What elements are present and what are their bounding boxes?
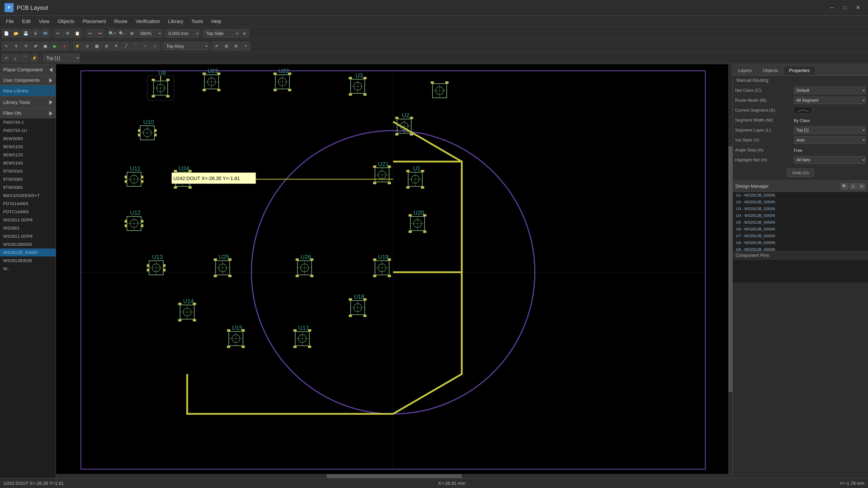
print-button[interactable]: 🖨 <box>31 29 40 38</box>
layer-icon-button[interactable]: ⊞ <box>240 29 249 38</box>
segment-layer-select[interactable]: Top [1] Bottom [16] <box>794 127 866 134</box>
zoom-out-button[interactable]: 🔍- <box>118 29 127 38</box>
minimize-button[interactable]: ─ <box>827 3 837 12</box>
comp-item-8tws06s[interactable]: 8TWS06S <box>0 175 56 184</box>
zoom-select[interactable]: 390% 100% 200% <box>137 29 162 37</box>
rect-button[interactable]: □ <box>151 41 160 51</box>
layer-side-select[interactable]: Top Side Bottom Side <box>203 29 239 37</box>
dm-icon-list[interactable]: ☰ <box>849 183 857 190</box>
expand-library-tools-icon[interactable] <box>49 100 53 105</box>
expand-filter-icon[interactable] <box>49 111 53 116</box>
rotate-button[interactable]: ⟲ <box>21 41 30 51</box>
drc-button[interactable]: ✔ <box>212 41 221 51</box>
comp-item-ws2812b5050[interactable]: WS2812B5050 <box>0 240 56 249</box>
via-style-select[interactable]: Auto <box>794 136 866 144</box>
comp-item-pws740[interactable]: PWS740-1 <box>0 119 56 127</box>
active-layer-select[interactable]: Top [1] Bottom [16] Inner 1 <box>43 54 80 62</box>
zoom-in-button[interactable]: 🔍+ <box>108 29 117 38</box>
comp-item-8ews12s[interactable]: 8EWS12S <box>0 151 56 159</box>
menu-library[interactable]: Library <box>164 17 187 26</box>
menu-file[interactable]: File <box>2 17 18 26</box>
tab-properties[interactable]: Properties <box>783 66 815 75</box>
move-button[interactable]: ✛ <box>11 41 21 51</box>
undo-button-panel[interactable]: Undo (U) <box>787 168 814 177</box>
comp-item-ws2812b3535[interactable]: WS2812B3535 <box>0 257 56 265</box>
canvas-area[interactable]: U9 U23 U22 <box>56 64 733 478</box>
select-button[interactable]: ↖ <box>2 41 11 51</box>
comp-item-w-ellipsis[interactable]: W... <box>0 265 56 273</box>
tab-objects[interactable]: Objects <box>757 66 783 75</box>
menu-verification[interactable]: Verification <box>132 17 164 26</box>
cn-item-u7[interactable]: U7 - WS2812B_5050N <box>733 233 868 239</box>
mirror-button[interactable]: ⇄ <box>31 41 40 51</box>
cn-item-u4[interactable]: U4 - WS2812B_5050N <box>733 213 868 219</box>
menu-help[interactable]: Help <box>208 17 225 26</box>
route-mode-select[interactable]: All Segment <box>794 97 866 104</box>
new-library-item[interactable]: New Library <box>0 86 56 96</box>
comp-item-ws2812b5050n[interactable]: WS2812B_5050N <box>0 249 56 257</box>
open-button[interactable]: 📂 <box>11 29 21 38</box>
top-assy-select[interactable]: Top Assy Bottom Assy <box>163 42 209 50</box>
circle-button[interactable]: ○ <box>141 41 150 51</box>
menu-edit[interactable]: Edit <box>18 17 34 26</box>
comp-item-pws750[interactable]: PWS750-1U <box>0 127 56 135</box>
dm-icon-tree[interactable]: ⊞ <box>858 183 865 190</box>
comp-item-8tws04s[interactable]: 8TWS04S <box>0 167 56 175</box>
menu-objects[interactable]: Objects <box>54 17 78 26</box>
3d-button[interactable]: 3D <box>41 29 50 38</box>
align-button[interactable]: ⊞ <box>222 41 231 51</box>
arc-button[interactable]: ⌒ <box>131 41 140 51</box>
horizontal-scrollbar[interactable] <box>56 474 733 478</box>
comp-item-8tws08s[interactable]: 8TWS08S <box>0 184 56 192</box>
cn-item-u9[interactable]: U9 - WS2812B_5050N <box>733 246 868 251</box>
group-button[interactable]: ▣ <box>41 41 50 51</box>
collapse-icon[interactable] <box>49 68 53 72</box>
cn-item-u1[interactable]: U1 - WS2812B_5050N <box>733 192 868 199</box>
expand-user-components-icon[interactable] <box>49 78 53 83</box>
cut-button[interactable]: ✂ <box>53 29 62 38</box>
close-button[interactable]: ✕ <box>852 3 864 12</box>
paste-button[interactable]: 📋 <box>73 29 82 38</box>
hscrollbar-thumb[interactable] <box>327 474 462 478</box>
array-button[interactable]: ⚙ <box>231 41 241 51</box>
line-button[interactable]: ╱ <box>121 41 130 51</box>
segment-button[interactable]: ┐ <box>11 54 20 62</box>
route-button[interactable]: ⚡ <box>73 41 82 51</box>
pad-button[interactable]: ⊕ <box>102 41 111 51</box>
comp-item-ws2811sop8a[interactable]: WS2811-SOP8 <box>0 216 56 224</box>
save-button[interactable]: 💾 <box>21 29 30 38</box>
curved-route-button[interactable]: ⌒ <box>21 54 29 62</box>
comp-item-ws2811sop8b[interactable]: WS2811-SOP8 <box>0 232 56 240</box>
vertical-scrollbar[interactable] <box>728 64 733 474</box>
highlight-net-select[interactable]: All Nets <box>794 156 866 164</box>
comp-item-8ews16s[interactable]: 8EWS16S <box>0 159 56 167</box>
tab-layers[interactable]: Layers <box>733 66 757 75</box>
route-mode-button[interactable]: ↗ <box>2 54 10 62</box>
cn-item-u8[interactable]: U8 - WS2812B_5050N <box>733 239 868 246</box>
redo-button[interactable]: ↪ <box>95 29 104 38</box>
menu-view[interactable]: View <box>35 17 53 26</box>
maximize-button[interactable]: □ <box>839 3 850 12</box>
text-button[interactable]: A <box>112 41 121 51</box>
dm-icon-search[interactable]: 🔍 <box>841 183 848 190</box>
cn-item-u5[interactable]: U5 - WS2812B_5050N <box>733 219 868 226</box>
menu-placement[interactable]: Placement <box>79 17 110 26</box>
comp-item-8ews10s[interactable]: 8EWS10S <box>0 143 56 151</box>
comp-item-ws2801[interactable]: WS2801 <box>0 224 56 232</box>
auto-route-button[interactable]: ⚡ <box>30 54 38 62</box>
comp-item-8ews08s[interactable]: 8EWS08S <box>0 135 56 143</box>
comp-item-pdtc144ws[interactable]: PDTC144WS <box>0 208 56 216</box>
menu-tools[interactable]: Tools <box>188 17 207 26</box>
run-button[interactable]: ▶ <box>51 41 59 51</box>
comp-item-pdta144ws[interactable]: PDTA144WS <box>0 200 56 208</box>
zoom-fit-button[interactable]: ⊞ <box>127 29 136 38</box>
via-button[interactable]: ⊙ <box>83 41 92 51</box>
cn-item-u3[interactable]: U3 - WS2812B_5050N <box>733 205 868 213</box>
vscrollbar-thumb[interactable] <box>728 146 733 392</box>
menu-route[interactable]: Route <box>111 17 131 26</box>
comp-item-max3202[interactable]: MAX3202EEWS+T <box>0 192 56 200</box>
measure-button[interactable]: ⌖ <box>241 41 250 51</box>
new-button[interactable]: 📄 <box>2 29 11 38</box>
cn-item-u6[interactable]: U6 - WS2812B_5050N <box>733 226 868 233</box>
copy-button[interactable]: ⧉ <box>63 29 72 38</box>
